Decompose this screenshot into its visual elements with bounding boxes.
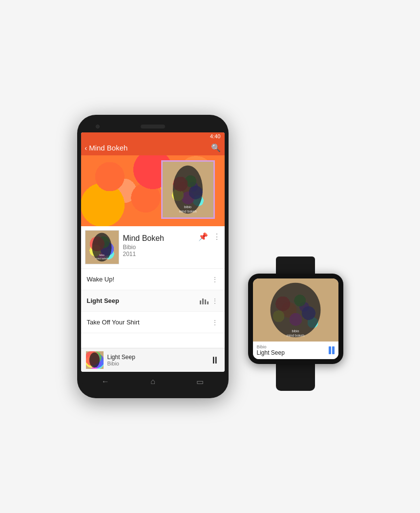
- album-label-large: bibiomind bokeh: [163, 205, 213, 214]
- np-thumb-art: [86, 351, 104, 369]
- np-artist: Bibio: [107, 361, 206, 366]
- album-artist: Bibio: [123, 244, 194, 251]
- watch-album-art: bibiomind bokeh: [253, 278, 338, 342]
- track-icons: ⋮: [211, 276, 219, 283]
- equalizer-icon: [200, 298, 209, 304]
- track-name: Wake Up!: [87, 276, 211, 283]
- bokeh-art-large: bibiomind bokeh: [163, 162, 213, 217]
- phone-top-bar: [81, 121, 225, 132]
- watch-body: bibiomind bokeh Bibio Light Seep: [248, 274, 343, 364]
- album-year: 2011: [123, 251, 194, 257]
- more-options-icon[interactable]: ⋮: [213, 232, 221, 241]
- status-time: 4:40: [210, 133, 220, 139]
- phone-nav: ← ⌂ ▭: [81, 372, 225, 391]
- watch-bokeh-art: bibiomind bokeh: [253, 278, 338, 342]
- pin-icon[interactable]: 📌: [198, 232, 208, 241]
- watch-pause-button[interactable]: [329, 346, 335, 354]
- track-item-active[interactable]: Light Seep ⋮: [81, 290, 225, 312]
- watch-now-playing: Bibio Light Seep: [253, 342, 338, 359]
- pause-button[interactable]: ⏸: [210, 355, 220, 366]
- album-thumb-label: bibiomind bokeh: [85, 254, 119, 260]
- phone-speaker: [141, 125, 165, 128]
- track-list: Wake Up! ⋮ Light Seep ⋮: [81, 269, 225, 348]
- album-text: Mind Bokeh Bibio 2011: [123, 230, 194, 257]
- watch-band-top: [276, 256, 315, 274]
- app-bar-title: Mind Bokeh: [89, 144, 210, 152]
- np-info: Light Seep Bibio: [107, 354, 206, 366]
- back-button[interactable]: ‹: [85, 144, 87, 152]
- track-icons-active: ⋮: [200, 297, 219, 305]
- track-more-icon-3[interactable]: ⋮: [211, 319, 219, 326]
- phone-screen: 4:40 ‹ Mind Bokeh 🔍 bibiomind bokeh: [81, 132, 225, 372]
- recents-nav-button[interactable]: ▭: [196, 377, 204, 386]
- album-art-large: bibiomind bokeh: [161, 160, 215, 219]
- scene: 4:40 ‹ Mind Bokeh 🔍 bibiomind bokeh: [77, 115, 343, 398]
- phone-device: 4:40 ‹ Mind Bokeh 🔍 bibiomind bokeh: [77, 115, 229, 398]
- watch-np-artist: Bibio: [257, 344, 326, 349]
- watch-np-track: Light Seep: [257, 349, 326, 356]
- album-actions: 📌 ⋮: [198, 230, 221, 241]
- status-bar: 4:40: [81, 132, 225, 140]
- track-item[interactable]: Wake Up! ⋮: [81, 269, 225, 290]
- search-icon[interactable]: 🔍: [211, 143, 221, 152]
- watch-band-bottom: [276, 364, 315, 391]
- album-name: Mind Bokeh: [123, 234, 194, 243]
- watch-device: bibiomind bokeh Bibio Light Seep: [248, 256, 343, 384]
- np-thumb: [86, 351, 104, 369]
- watch-np-info: Bibio Light Seep: [257, 344, 326, 356]
- app-bar: ‹ Mind Bokeh 🔍: [81, 140, 225, 155]
- track-more-icon-active[interactable]: ⋮: [211, 297, 219, 305]
- np-thumb-silhouette: [88, 352, 101, 368]
- np-track: Light Seep: [107, 354, 206, 361]
- album-info-row: bibiomind bokeh Mind Bokeh Bibio 2011 📌 …: [81, 226, 225, 269]
- home-nav-button[interactable]: ⌂: [150, 377, 155, 386]
- track-name-3: Take Off Your Shirt: [87, 319, 211, 326]
- track-item-3[interactable]: Take Off Your Shirt ⋮: [81, 312, 225, 333]
- watch-screen: bibiomind bokeh Bibio Light Seep: [253, 278, 338, 359]
- now-playing-bar[interactable]: Light Seep Bibio ⏸: [81, 348, 225, 372]
- track-more-icon[interactable]: ⋮: [211, 276, 219, 283]
- back-nav-button[interactable]: ←: [102, 377, 109, 386]
- album-thumb-art: bibiomind bokeh: [85, 231, 119, 264]
- album-hero: bibiomind bokeh: [81, 155, 225, 226]
- track-icons-3: ⋮: [211, 319, 219, 326]
- phone-camera: [96, 125, 100, 128]
- album-thumb: bibiomind bokeh: [85, 230, 119, 264]
- watch-album-label: bibiomind bokeh: [253, 329, 338, 338]
- track-name-active: Light Seep: [87, 297, 200, 304]
